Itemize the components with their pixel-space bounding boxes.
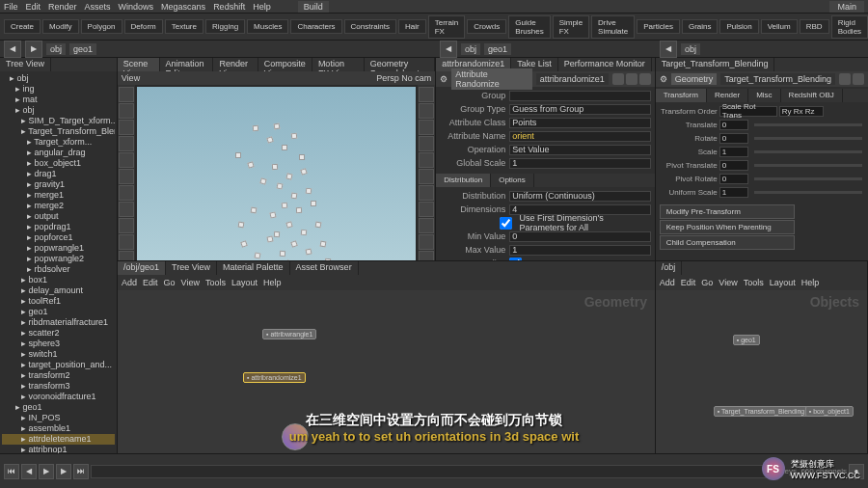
network-node[interactable]: ▪ attribrandomize1 xyxy=(243,372,306,383)
viewport-tool[interactable] xyxy=(119,169,134,184)
param-field[interactable]: 1 xyxy=(509,158,651,169)
param-field[interactable]: Set Value xyxy=(509,145,651,155)
param-field[interactable] xyxy=(509,91,651,101)
tree-item[interactable]: ▸ obj xyxy=(2,105,115,116)
net-menu-item[interactable]: Go xyxy=(701,278,713,287)
tree-item[interactable]: ▸ delay_amount xyxy=(2,285,115,296)
tree-item[interactable]: ▸ scatter2 xyxy=(2,328,115,339)
menu-redshift[interactable]: Redshift xyxy=(213,2,245,12)
xform-x[interactable]: 0 xyxy=(719,120,748,130)
menu-file[interactable]: File xyxy=(4,2,18,12)
viewport-tool[interactable] xyxy=(419,103,434,119)
shelf-group[interactable]: Rigid Bodies xyxy=(831,15,868,39)
menu-render[interactable]: Render xyxy=(48,2,77,12)
param-tab[interactable]: Performance Monitor xyxy=(558,58,652,71)
network-canvas-left[interactable]: Geometry ▪ attribwrangle1▪ attribrandomi… xyxy=(118,290,655,453)
shelf-group[interactable]: Pulsion xyxy=(719,19,758,34)
net-menu-item[interactable]: Layout xyxy=(770,278,796,287)
net-menu-item[interactable]: View xyxy=(181,278,200,287)
viewport-tool[interactable] xyxy=(119,152,134,168)
viewport-tool[interactable] xyxy=(419,218,434,233)
tree-item[interactable]: ▸ drag1 xyxy=(2,169,115,179)
shelf-group[interactable]: Terrain FX xyxy=(428,15,465,39)
xtab-transform[interactable]: Transform xyxy=(656,89,707,102)
network-node[interactable]: ▪ box_object1 xyxy=(805,406,854,417)
gear-icon[interactable]: ⚙ xyxy=(660,74,667,84)
shelf-group[interactable]: Modify xyxy=(42,19,79,34)
net-tab[interactable]: Asset Browser xyxy=(290,261,359,275)
tree-item[interactable]: ▸ transform2 xyxy=(2,370,115,381)
network-canvas-right[interactable]: Objects ▪ geo1▪ Target_Transform_Blendin… xyxy=(656,290,867,453)
geo-tab[interactable]: Target_Transform_Blending xyxy=(656,58,775,71)
xform-button[interactable]: Keep Position When Parenting xyxy=(660,220,795,234)
xtab-render[interactable]: Render xyxy=(707,89,748,102)
param-field[interactable]: Uniform (Continuous) xyxy=(509,191,651,202)
tree-item[interactable]: ▸ geo1 xyxy=(2,307,115,317)
tree-item[interactable]: ▸ box_object1 xyxy=(2,158,115,169)
shelf-group[interactable]: Drive Simulate xyxy=(591,15,635,39)
tree-item[interactable]: ▸ IN_POS xyxy=(2,413,115,423)
last-frame-icon[interactable]: ⏭ xyxy=(73,464,89,479)
xform-x[interactable]: 0 xyxy=(719,160,748,171)
shelf-group[interactable]: Muscles xyxy=(247,19,288,34)
shelf-group[interactable]: Create xyxy=(4,19,41,34)
viewport-tool[interactable] xyxy=(119,185,134,201)
node-name[interactable]: attribrandomize1 xyxy=(536,73,609,85)
path-obj[interactable]: obj xyxy=(681,43,700,55)
rot-order-field[interactable]: Ry Rx Rz xyxy=(779,106,824,117)
xform-x[interactable]: 1 xyxy=(719,147,748,157)
shelf-group[interactable]: Grains xyxy=(682,19,719,34)
pin-icon[interactable] xyxy=(612,73,624,85)
tree-item[interactable]: ▸ transform3 xyxy=(2,381,115,392)
shelf-group[interactable]: Constraints xyxy=(344,19,396,34)
param-field[interactable]: Guess from Group xyxy=(509,104,651,115)
tree-item[interactable]: ▸ popwrangle1 xyxy=(2,243,115,254)
viewport-tab[interactable]: Composite View xyxy=(258,58,312,71)
net-tab[interactable]: Tree View xyxy=(166,261,217,275)
xform-slider[interactable] xyxy=(754,150,862,153)
viewport-tab[interactable]: Scene View xyxy=(118,58,160,71)
vp-persp[interactable]: Persp xyxy=(376,73,399,83)
param-field[interactable]: orient xyxy=(509,131,651,142)
tree-item[interactable]: ▸ angular_drag xyxy=(2,148,115,158)
network-node[interactable]: ▪ attribwrangle1 xyxy=(262,329,316,339)
menu-help[interactable]: Help xyxy=(253,2,271,12)
tree-item[interactable]: ▸ Target_Transform_Blend... xyxy=(2,126,115,137)
param-field[interactable]: Points xyxy=(509,118,651,128)
menu-assets[interactable]: Assets xyxy=(85,2,111,12)
tree-item[interactable]: ▸ merge2 xyxy=(2,201,115,211)
help-icon[interactable] xyxy=(839,73,851,85)
net-tab[interactable]: /obj/geo1 xyxy=(118,261,166,275)
net-menu-item[interactable]: Edit xyxy=(143,278,158,287)
tree-item[interactable]: ▸ mat xyxy=(2,95,115,105)
shelf-group[interactable]: Characters xyxy=(290,19,341,34)
tree-item[interactable]: ▸ Target_xform... xyxy=(2,137,115,148)
back-icon[interactable]: ◀ xyxy=(440,41,457,58)
net-menu-item[interactable]: Go xyxy=(164,278,176,287)
info-icon[interactable] xyxy=(639,73,651,85)
shelf-group[interactable]: Vellum xyxy=(761,19,798,34)
net-menu-item[interactable]: Tools xyxy=(205,278,226,287)
tree-item[interactable]: ▸ toolRef1 xyxy=(2,296,115,307)
key-icon[interactable]: ● xyxy=(849,464,864,479)
back-icon[interactable]: ◀ xyxy=(660,41,677,58)
net-menu-item[interactable]: Help xyxy=(263,278,282,287)
xform-x[interactable]: 0 xyxy=(719,174,748,184)
tree-item[interactable]: ▸ voronoidfracture1 xyxy=(2,392,115,402)
shelf-group[interactable]: Guide Brushes xyxy=(508,15,550,39)
viewport-tab[interactable]: Animation Editor xyxy=(160,58,214,71)
tree-item[interactable]: ▸ attribnop1 xyxy=(2,445,115,453)
uscale-field[interactable]: 1 xyxy=(719,187,748,198)
tree-item[interactable]: ▸ ing xyxy=(2,84,115,95)
tree-item[interactable]: ▸ switch1 xyxy=(2,349,115,360)
uscale-slider[interactable] xyxy=(754,191,862,194)
play-icon[interactable]: ▶ xyxy=(39,464,54,479)
path-node[interactable]: geo1 xyxy=(484,43,511,55)
prev-frame-icon[interactable]: ◀ xyxy=(21,464,37,479)
help-icon[interactable] xyxy=(626,73,637,85)
viewport-tool[interactable] xyxy=(419,202,434,217)
tab-options[interactable]: Options xyxy=(491,174,534,187)
main-indicator[interactable]: Main xyxy=(829,1,864,13)
shelf-group[interactable]: Texture xyxy=(165,19,203,34)
tree-item[interactable]: ▸ output xyxy=(2,211,115,222)
